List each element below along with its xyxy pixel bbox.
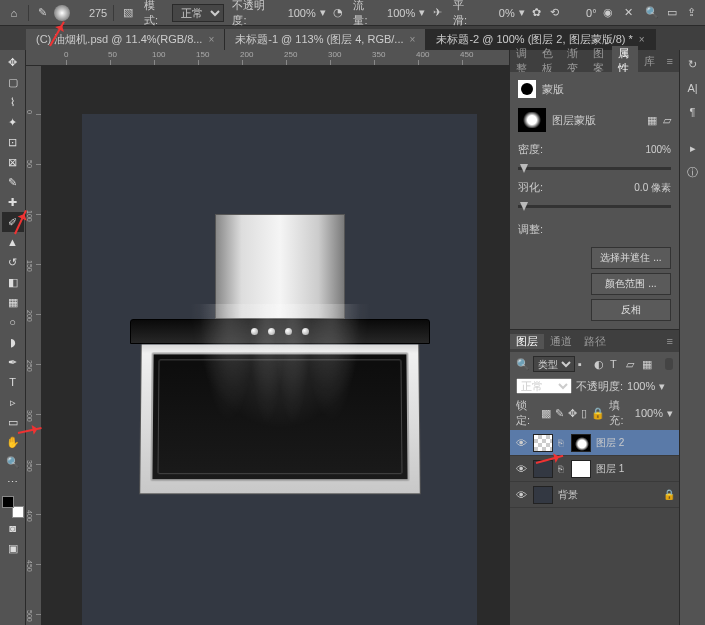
para-icon[interactable]: ¶: [685, 104, 701, 120]
panel-menu-icon[interactable]: ≡: [661, 335, 679, 347]
lock-paint-icon[interactable]: ✎: [555, 407, 564, 420]
smooth-value[interactable]: 0%: [481, 7, 514, 19]
blend-mode-select[interactable]: 正常: [172, 4, 224, 22]
heal-tool[interactable]: ✚: [2, 192, 24, 212]
ruler-horizontal[interactable]: 050100150200250300350400450: [26, 50, 509, 66]
move-tool[interactable]: ✥: [2, 52, 24, 72]
info-icon[interactable]: ⓘ: [685, 164, 701, 180]
lock-trans-icon[interactable]: ▩: [541, 407, 551, 420]
select-mask-button[interactable]: 选择并遮住 ...: [591, 247, 671, 269]
filter-toggle[interactable]: [665, 358, 673, 370]
pressure-size-icon[interactable]: ◉: [601, 5, 617, 21]
lock-nest-icon[interactable]: ▯: [581, 407, 587, 420]
density-slider[interactable]: [518, 167, 671, 170]
filter-text-icon[interactable]: T: [610, 358, 623, 371]
lock-pos-icon[interactable]: ✥: [568, 407, 577, 420]
color-swatches[interactable]: [2, 496, 24, 518]
stamp-tool[interactable]: ▲: [2, 232, 24, 252]
screenmode-tool[interactable]: ▣: [2, 538, 24, 558]
close-icon[interactable]: ×: [410, 34, 416, 45]
close-icon[interactable]: ×: [208, 34, 214, 45]
filter-shape-icon[interactable]: ▱: [626, 358, 639, 371]
workspace-icon[interactable]: ▭: [664, 5, 680, 21]
link-icon[interactable]: ⎘: [558, 464, 566, 474]
close-icon[interactable]: ×: [639, 34, 645, 45]
shape-tool[interactable]: ▭: [2, 412, 24, 432]
fill-value[interactable]: 100%: [635, 407, 663, 419]
mask-type-icon[interactable]: [518, 80, 536, 98]
path-select-tool[interactable]: ▹: [2, 392, 24, 412]
tab-layers[interactable]: 图层: [510, 334, 544, 349]
layer-thumb[interactable]: [533, 486, 553, 504]
dropdown-icon[interactable]: ▾: [519, 6, 525, 19]
zoom-tool[interactable]: 🔍: [2, 452, 24, 472]
pen-tool[interactable]: ✒: [2, 352, 24, 372]
mask-thumb[interactable]: [518, 108, 546, 132]
lock-all-icon[interactable]: 🔒: [591, 407, 605, 420]
density-value[interactable]: 100%: [645, 144, 671, 155]
layer-thumb[interactable]: [533, 460, 553, 478]
filter-smart-icon[interactable]: ▦: [642, 358, 655, 371]
filter-pixel-icon[interactable]: ▪: [578, 358, 591, 371]
ruler-vertical[interactable]: 050100150200250300350400450500: [26, 66, 42, 625]
layer-name[interactable]: 图层 2: [596, 436, 624, 450]
canvas[interactable]: [42, 66, 509, 625]
brush-tool[interactable]: ✐: [2, 212, 24, 232]
mask-thumb[interactable]: [571, 434, 591, 452]
more-tools[interactable]: ⋯: [2, 472, 24, 492]
airbrush-icon[interactable]: ✈: [429, 5, 445, 21]
doc-tab-2[interactable]: 未标题-1 @ 113% (图层 4, RGB/...×: [225, 29, 426, 50]
dodge-tool[interactable]: ◗: [2, 332, 24, 352]
vector-mask-icon[interactable]: ▱: [663, 114, 671, 127]
layer-row[interactable]: 👁 ⎘ 图层 2: [510, 430, 679, 456]
filter-adjust-icon[interactable]: ◐: [594, 358, 607, 371]
brush-size-value[interactable]: 275: [74, 7, 107, 19]
share-icon[interactable]: ⇪: [683, 5, 699, 21]
tab-channels[interactable]: 通道: [544, 334, 578, 349]
wand-tool[interactable]: ✦: [2, 112, 24, 132]
pixel-mask-icon[interactable]: ▦: [647, 114, 657, 127]
eyedropper-tool[interactable]: ✎: [2, 172, 24, 192]
visibility-icon[interactable]: 👁: [514, 463, 528, 475]
layer-row[interactable]: 👁 背景 🔒: [510, 482, 679, 508]
layer-name[interactable]: 图层 1: [596, 462, 624, 476]
filter-icon[interactable]: 🔍: [516, 358, 530, 371]
visibility-icon[interactable]: 👁: [514, 437, 528, 449]
dropdown-icon[interactable]: ▾: [320, 6, 326, 19]
pressure-opacity-icon[interactable]: ◔: [330, 5, 346, 21]
foreground-color[interactable]: [2, 496, 14, 508]
tab-paths[interactable]: 路径: [578, 334, 612, 349]
history-brush-tool[interactable]: ↺: [2, 252, 24, 272]
layer-thumb[interactable]: [533, 434, 553, 452]
flow-value[interactable]: 100%: [382, 7, 415, 19]
home-icon[interactable]: ⌂: [6, 5, 22, 21]
marquee-tool[interactable]: ▢: [2, 72, 24, 92]
search-icon[interactable]: 🔍: [644, 5, 660, 21]
feather-slider[interactable]: [518, 205, 671, 208]
text-tool[interactable]: T: [2, 372, 24, 392]
visibility-icon[interactable]: 👁: [514, 489, 528, 501]
link-icon[interactable]: ⎘: [558, 438, 566, 448]
crop-tool[interactable]: ⊡: [2, 132, 24, 152]
eraser-tool[interactable]: ◧: [2, 272, 24, 292]
opacity-value[interactable]: 100%: [282, 7, 315, 19]
folder-icon[interactable]: ▧: [120, 5, 136, 21]
dropdown-icon[interactable]: ▾: [419, 6, 425, 19]
symmetry-icon[interactable]: ✕: [620, 5, 636, 21]
panel-menu-icon[interactable]: ≡: [661, 55, 679, 67]
frame-tool[interactable]: ⊠: [2, 152, 24, 172]
tab-library[interactable]: 库: [638, 54, 661, 69]
color-range-button[interactable]: 颜色范围 ...: [591, 273, 671, 295]
layer-blend-select[interactable]: 正常: [516, 378, 572, 394]
lasso-tool[interactable]: ⌇: [2, 92, 24, 112]
invert-button[interactable]: 反相: [591, 299, 671, 321]
char-icon[interactable]: A|: [685, 80, 701, 96]
brush-preview[interactable]: [54, 5, 70, 21]
settings-icon[interactable]: ✿: [529, 5, 545, 21]
blur-tool[interactable]: ○: [2, 312, 24, 332]
gradient-tool[interactable]: ▦: [2, 292, 24, 312]
layer-row[interactable]: 👁 ⎘ 图层 1: [510, 456, 679, 482]
angle-value[interactable]: 0°: [563, 7, 596, 19]
feather-value[interactable]: 0.0 像素: [634, 181, 671, 195]
quickmask-tool[interactable]: ◙: [2, 518, 24, 538]
